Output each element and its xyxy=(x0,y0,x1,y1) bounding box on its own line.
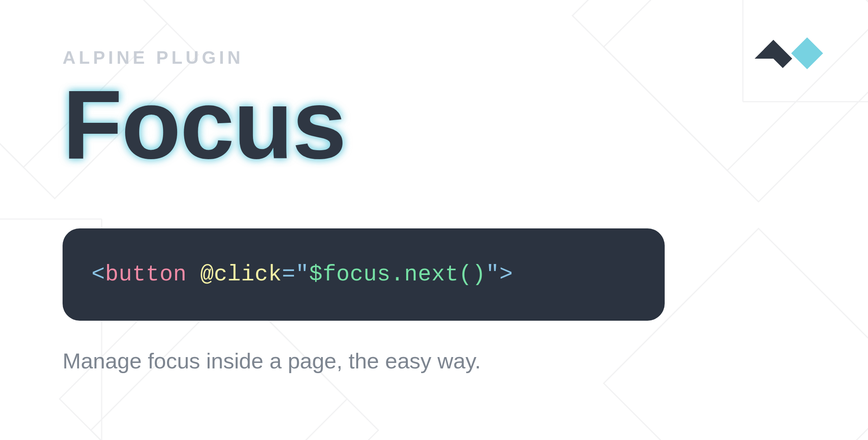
eyebrow-label: ALPINE PLUGIN xyxy=(63,47,805,68)
subtitle: Manage focus inside a page, the easy way… xyxy=(63,348,805,374)
code-token-quote-close: " xyxy=(486,262,500,287)
code-token-attr: @click xyxy=(200,262,282,287)
code-token-space xyxy=(187,262,200,287)
code-token-quote-open: " xyxy=(296,262,309,287)
code-token-bracket-close: > xyxy=(499,262,513,287)
main-content: ALPINE PLUGIN Focus <button @click="$foc… xyxy=(0,0,868,374)
code-token-equals: = xyxy=(282,262,296,287)
page-title: Focus xyxy=(63,76,346,174)
code-token-value: $focus.next() xyxy=(309,262,486,287)
code-token-bracket-open: < xyxy=(91,262,105,287)
code-token-tag: button xyxy=(105,262,187,287)
code-example: <button @click="$focus.next()"> xyxy=(63,228,665,321)
